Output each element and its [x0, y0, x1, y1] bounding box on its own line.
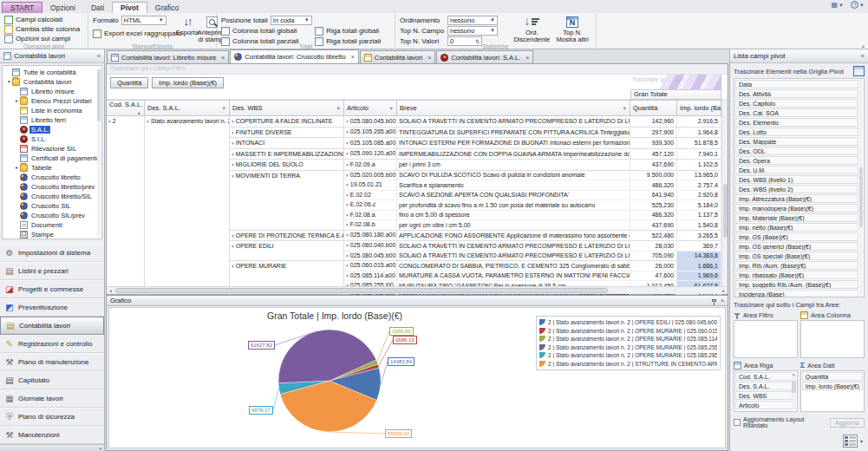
close-tab-icon[interactable]: × — [427, 55, 431, 61]
breve-cell[interactable]: per ogni cm oltre i cm 5,00 — [397, 220, 630, 231]
nav-item-listini-e-prezzari[interactable]: ▤Listini e prezzari — [0, 262, 104, 280]
pivot-field-item[interactable]: Imp. manodopera (Base)(€) — [735, 204, 858, 212]
imp-lordo-cell[interactable]: 1.964,8 — [677, 127, 721, 139]
field-list-scrollbar[interactable] — [859, 80, 863, 296]
column-drop-zone[interactable]: Trascinare qui i Campi Colonna — [630, 75, 721, 89]
collapse-icon[interactable]: ▾ — [346, 119, 349, 124]
articolo-cell[interactable]: ▾F.02.09.a — [344, 160, 397, 171]
column-header-breve[interactable]: Breve▼ — [397, 100, 630, 116]
esporta-button[interactable]: ↓↑ Esporta — [176, 15, 199, 44]
collapse-icon[interactable]: ▾ — [346, 212, 349, 218]
imp-lordo-cell[interactable]: 13.965,0 — [677, 171, 721, 181]
collapse-icon[interactable]: ▾ — [108, 119, 111, 124]
imp-lordo-cell[interactable]: 14.383,8 — [677, 252, 721, 262]
articolo-cell[interactable]: ▾025.020.005.b00 — [344, 171, 397, 181]
collapse-ribbon-icon[interactable]: ▴ — [862, 42, 865, 49]
collapse-icon[interactable]: ▾ — [346, 232, 349, 238]
layout-switch-icon[interactable]: ▦▼ — [832, 1, 845, 9]
nav-item-manutenzioni[interactable]: ⚒Manutenzioni — [0, 426, 104, 444]
tree-item-documenti[interactable]: Documenti — [3, 220, 101, 230]
layout-selector-icon[interactable] — [843, 435, 858, 448]
tree-item-s-a-l-[interactable]: S.A.L. — [3, 125, 101, 134]
articolo-cell[interactable]: ▾F.02.08.b — [344, 220, 397, 231]
collapse-icon[interactable]: ▾ — [232, 244, 234, 249]
wbs-cell[interactable]: ▾OPERE EDILI — [230, 241, 344, 261]
collapse-icon[interactable]: ▾ — [232, 119, 234, 124]
pivot-field-item[interactable]: Imp. OS generici (Base)(€) — [735, 242, 858, 251]
articolo-cell[interactable]: ▾025.105.265.a00 — [344, 127, 397, 139]
wbs-cell[interactable]: ▾MASSETTI E IMPERMEABILIZZAZIONI — [230, 149, 344, 160]
articolo-cell[interactable]: ▾025.080.045.b00 — [344, 252, 397, 262]
breve-cell[interactable]: Scarifica e spianamento — [397, 180, 630, 191]
quantita-cell[interactable]: 939,300 — [630, 138, 677, 149]
legend-item[interactable]: 2 | Stato avanzamento lavori n. 2 | OPER… — [539, 327, 717, 336]
breve-cell[interactable]: INTONACI ESTERNI PER FORMAZIONE DI BUGNA… — [397, 138, 630, 149]
pivot-field-item[interactable]: Imp. Attrezzatura (Base)(€) — [735, 194, 858, 203]
filter-drop-zone[interactable]: Trascinare qui i Campi Filtro — [107, 64, 728, 75]
operazioni-button[interactable]: Campi calcolati — [4, 15, 83, 24]
value-header[interactable]: Quantità — [630, 100, 677, 116]
sort-icon[interactable]: ▲ — [137, 110, 141, 115]
tree-item-stampe[interactable]: Stampe — [3, 230, 101, 239]
pivot-field-item[interactable]: Des. Cat. SOA — [735, 108, 858, 117]
pivot-field-item[interactable]: Imp. OS speciali (Base)(€) — [735, 252, 858, 260]
nav-item-capitolato[interactable]: ▤Capitolato — [0, 371, 104, 389]
scroll-left-icon[interactable]: ◂ — [107, 287, 114, 294]
delayed-layout-checkbox[interactable] — [734, 419, 741, 426]
imp-lordo-cell[interactable]: 3.265,5 — [677, 231, 721, 242]
collapse-icon[interactable]: ▾ — [232, 264, 234, 269]
layout-caret-icon[interactable]: ▾ — [860, 438, 863, 444]
nav-item-impostazioni-di-sistema[interactable]: ⚙Impostazioni di sistema — [0, 244, 104, 262]
quantita-cell[interactable]: 705,090 — [630, 252, 677, 262]
data-field-button[interactable]: Quantità — [110, 77, 148, 88]
breve-cell[interactable]: TINTEGGIATURA DI SUPERFICI PREPARATE CON… — [397, 127, 630, 139]
pivot-field-item[interactable]: Data — [735, 80, 858, 88]
pivot-field-item[interactable]: Des. Mappale — [735, 137, 858, 146]
data-field-button[interactable]: Imp. lordo (Base)(€) — [152, 77, 224, 88]
breve-cell[interactable]: SOLAIO A TRAVETTI IN CEMENTO ARMATO PREC… — [397, 252, 630, 262]
quantita-cell[interactable]: 47,600 — [630, 271, 677, 282]
breve-cell[interactable]: APPLICAZIONE FONO ASSORBENTE Applicazion… — [397, 231, 630, 242]
area-filtro-box[interactable] — [734, 320, 798, 358]
articolo-cell[interactable]: ▾E.02.06.c — [344, 200, 397, 211]
collapse-icon[interactable]: ▾ — [232, 173, 234, 179]
value-header[interactable]: Imp. lordo (Bas... — [677, 100, 721, 116]
legend-item[interactable]: 2 | Stato avanzamento lavori n. 2 | OPER… — [539, 351, 717, 360]
nav-item-piano-di-manutenzione[interactable]: ⚒Piano di manutenzione — [0, 353, 104, 371]
collapse-icon[interactable]: ▾ — [232, 233, 234, 239]
articolo-cell[interactable]: ▾E.02.02 — [344, 191, 397, 201]
collapse-icon[interactable]: ▾ — [232, 152, 234, 157]
tree-item-libretto-misure[interactable]: Libretto misure — [3, 87, 101, 96]
tree-item-cruscotto-libretto-prev[interactable]: Cruscotto libretto/prev — [3, 182, 101, 192]
collapse-icon[interactable]: ▾ — [346, 273, 349, 278]
ribbon-tab-start[interactable]: START — [2, 2, 42, 13]
aggiorna-button[interactable]: Aggiorna — [830, 418, 865, 428]
quantita-cell[interactable]: 9.500,000 — [630, 171, 677, 181]
articolo-cell[interactable]: ▾19.05.01.21 — [344, 180, 397, 191]
area-riga-box[interactable]: Cod. S.A.L.Des. S.A.L.Des. WBSArticolo▴ — [734, 370, 798, 412]
area-colonna-box[interactable] — [800, 320, 865, 358]
totali-button[interactable]: Riga totali globali — [315, 26, 390, 36]
pivot-field-item[interactable]: Des. Opera — [735, 156, 858, 165]
pivot-field-item[interactable]: Imp. Rib./Aum. (Base)(€) — [735, 261, 858, 270]
statistiche-combo[interactable]: Top N. Camponessuno▼ — [400, 25, 510, 36]
wbs-cell[interactable]: ▾MIGLIORIE DEL SUOLO — [230, 160, 344, 171]
combo-select[interactable]: nessuno▼ — [447, 26, 498, 36]
dati-field-item[interactable]: Imp. lordo (Base)(€) — [802, 382, 863, 390]
ord-discendente-button[interactable]: ↓ Ord. Discendente — [510, 15, 553, 46]
tree-item-liste-in-economia[interactable]: Liste in economia — [3, 106, 101, 115]
close-tab-icon[interactable]: × — [525, 55, 529, 61]
quantita-cell[interactable]: 641,940 — [630, 191, 677, 201]
nav-item-preventivazione[interactable]: ◩Preventivazione — [0, 298, 104, 317]
sort-icon[interactable]: ▼ — [222, 106, 226, 111]
legend-item[interactable]: 2 | Stato avanzamento lavori n. 2 | OPER… — [539, 335, 717, 343]
collapse-icon[interactable]: ▾ — [346, 243, 349, 248]
quantita-cell[interactable]: 142,960 — [630, 116, 677, 127]
collapse-icon[interactable]: ▾ — [346, 202, 349, 207]
collapse-icon[interactable]: ▾ — [346, 151, 349, 156]
ribbon-tab-grafico[interactable]: Grafico — [147, 3, 186, 13]
articolo-cell[interactable]: ▾025.060.015.a00 — [344, 261, 397, 271]
formato-combo[interactable]: Formato HTML▼ — [93, 15, 176, 25]
imp-lordo-cell[interactable]: 1.102,5 — [677, 160, 721, 171]
pivot-field-item[interactable]: Des. ODL — [735, 147, 858, 155]
